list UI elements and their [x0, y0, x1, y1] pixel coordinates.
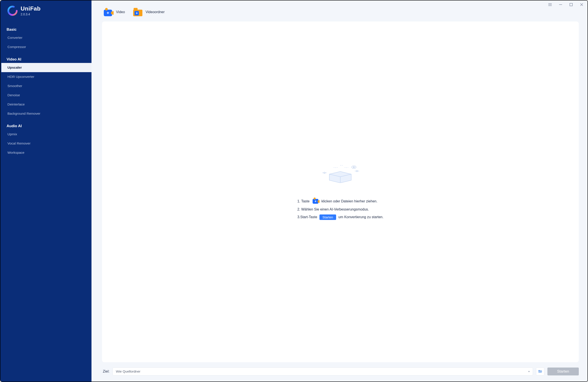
add-folder-icon: + — [133, 8, 142, 16]
menu-icon[interactable] — [547, 2, 553, 7]
nav-section-basic: Basic — [0, 22, 91, 33]
sidebar-item-denoise[interactable]: Denoise — [0, 91, 91, 100]
add-folder-button[interactable]: + Videoordner — [133, 8, 165, 16]
add-folder-label: Videoordner — [146, 10, 165, 14]
step-2-text: 2. Wählen Sie einen AI-Verbesserungsmodu… — [297, 207, 369, 211]
sidebar-item-vocal-remover[interactable]: Vocal Remover — [0, 139, 91, 148]
nav-section-video-ai: Video AI — [0, 52, 91, 63]
app-window: UniFab 2.0.3.4 Basic Converter Compresso… — [0, 0, 588, 382]
dest-label: Ziel: — [103, 369, 109, 373]
brand: UniFab 2.0.3.4 — [0, 5, 91, 20]
step-3b-text: um Konvertierung zu starten. — [338, 215, 383, 219]
app-logo-icon — [7, 6, 18, 16]
add-video-icon: + — [104, 8, 113, 16]
sidebar-item-background-remover[interactable]: Background Remover — [0, 109, 91, 118]
empty-box-illustration-icon — [318, 161, 362, 183]
step-3: 3.Start-Taste Starten um Konvertierung z… — [297, 215, 383, 220]
sidebar-item-compressor[interactable]: Compressor — [0, 42, 91, 52]
placeholder: 1. Taste + klicken oder Dateien hierher … — [297, 161, 383, 223]
sidebar-item-deinterlace[interactable]: Deinterlace — [0, 100, 91, 109]
start-button[interactable]: Starten — [547, 367, 579, 375]
dest-value: Wie Quellordner — [116, 369, 140, 373]
minimize-icon[interactable] — [558, 2, 564, 7]
svg-point-5 — [354, 167, 354, 167]
folder-open-icon — [538, 370, 542, 373]
browse-folder-button[interactable] — [536, 367, 544, 375]
dest-select[interactable]: Wie Quellordner ▾ — [113, 367, 533, 375]
add-video-label: Video — [116, 10, 125, 14]
sidebar-item-upscaler[interactable]: Upscaler — [0, 63, 91, 72]
add-video-button[interactable]: + Video — [104, 8, 125, 16]
add-video-inline-icon: + — [313, 199, 318, 204]
svg-point-0 — [8, 6, 17, 15]
svg-point-3 — [356, 170, 358, 172]
sidebar-nav: Basic Converter Compressor Video AI Upsc… — [0, 22, 91, 177]
start-pill: Starten — [319, 215, 336, 220]
step-2: 2. Wählen Sie einen AI-Verbesserungsmodu… — [297, 207, 383, 211]
brand-name: UniFab — [21, 5, 41, 12]
svg-rect-1 — [570, 3, 572, 6]
sidebar-item-converter[interactable]: Converter — [0, 33, 91, 42]
close-icon[interactable] — [579, 2, 585, 7]
svg-point-2 — [324, 172, 325, 173]
toolbar: + Video + Videoordner — [91, 0, 588, 21]
step-1b-text: klicken oder Dateien hierher ziehen. — [321, 199, 377, 203]
bottom-bar: Ziel: Wie Quellordner ▾ Starten — [91, 367, 588, 382]
dropzone[interactable]: 1. Taste + klicken oder Dateien hierher … — [102, 21, 579, 362]
main-area: + Video + Videoordner — [91, 0, 588, 382]
sidebar-item-hdr-upconverter[interactable]: HDR Upconverter — [0, 72, 91, 81]
nav-section-audio-ai: Audio AI — [0, 118, 91, 130]
maximize-icon[interactable] — [568, 2, 574, 7]
chevron-down-icon: ▾ — [528, 370, 530, 373]
sidebar-item-workspace[interactable]: Workspace — [0, 148, 91, 157]
step-1a-text: 1. Taste — [297, 199, 310, 203]
sidebar-item-upmix[interactable]: Upmix — [0, 130, 91, 139]
sidebar-item-smoother[interactable]: Smoother — [0, 81, 91, 91]
window-controls — [547, 2, 585, 7]
step-1: 1. Taste + klicken oder Dateien hierher … — [297, 198, 383, 204]
brand-version: 2.0.3.4 — [21, 13, 41, 16]
sidebar: UniFab 2.0.3.4 Basic Converter Compresso… — [0, 0, 91, 382]
step-3a-text: 3.Start-Taste — [297, 215, 317, 219]
